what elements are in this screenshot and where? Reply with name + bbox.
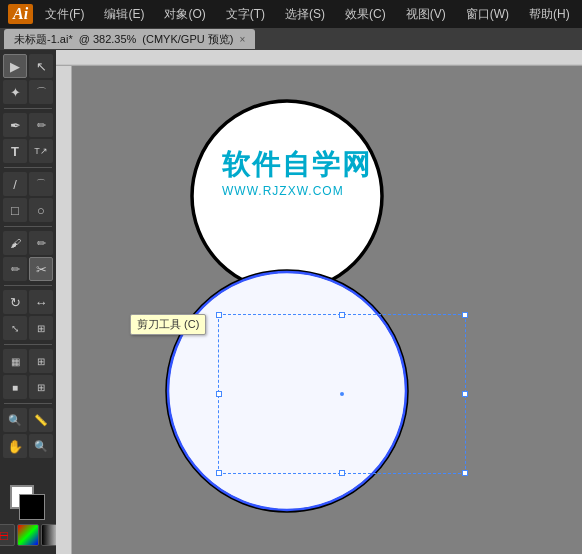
center-point	[340, 392, 344, 396]
ellipse-tool[interactable]: ○	[29, 198, 53, 222]
tool-group-rotate: ↻ ↔	[3, 290, 53, 314]
ruler-horizontal: // ruler ticks drawn inline below	[56, 50, 582, 66]
tool-group-rect: □ ○	[3, 198, 53, 222]
watermark-chinese: 软件自学网	[222, 146, 372, 184]
add-anchor-tool[interactable]: ✏	[29, 113, 53, 137]
color-icon[interactable]	[17, 524, 39, 546]
separator-4	[4, 285, 52, 286]
title-bar: Ai 文件(F) 编辑(E) 对象(O) 文字(T) 选择(S) 效果(C) 视…	[0, 0, 582, 28]
scale-tool[interactable]: ⤡	[3, 316, 27, 340]
menu-help[interactable]: 帮助(H)	[525, 4, 574, 25]
menu-object[interactable]: 对象(O)	[160, 4, 209, 25]
line-tool[interactable]: /	[3, 172, 27, 196]
rect-tool[interactable]: □	[3, 198, 27, 222]
separator-6	[4, 403, 52, 404]
tool-group-scale: ⤡ ⊞	[3, 316, 53, 340]
arc-tool[interactable]: ⌒	[29, 172, 53, 196]
pen-tool[interactable]: ✒	[3, 113, 27, 137]
handle-bot-right[interactable]	[462, 470, 468, 476]
handle-mid-right[interactable]	[462, 391, 468, 397]
fill-stroke-indicator[interactable]	[10, 485, 46, 521]
zoom-tool[interactable]: 🔍	[29, 434, 53, 458]
menu-effect[interactable]: 效果(C)	[341, 4, 390, 25]
free-transform-tool[interactable]: ⊞	[29, 316, 53, 340]
tool-group-line: / ⌒	[3, 172, 53, 196]
blob-brush-tool[interactable]: ✏	[29, 231, 53, 255]
artwork-container: 软件自学网 WWW.RJZXW.COM	[132, 86, 412, 526]
document-tab[interactable]: 未标题-1.ai* @ 382.35% (CMYK/GPU 预览) ×	[4, 29, 255, 49]
tool-group-chart: ▦ ⊞	[3, 349, 53, 373]
left-toolbar: ▶ ↖ ✦ ⌒ ✒ ✏ T T↗ / ⌒ □ ○ 🖌	[0, 50, 56, 554]
pencil-tool[interactable]: ✏	[3, 257, 27, 281]
tab-zoom: @ 382.35%	[79, 33, 137, 45]
touch-type-tool[interactable]: T↗	[29, 139, 53, 163]
tab-bar: 未标题-1.ai* @ 382.35% (CMYK/GPU 预览) ×	[0, 28, 582, 50]
lasso-tool[interactable]: ⌒	[29, 80, 53, 104]
stroke-swatch[interactable]	[20, 495, 44, 519]
gradient-tool[interactable]: ■	[3, 375, 27, 399]
eyedropper-tool[interactable]: 🔍	[3, 408, 27, 432]
separator-2	[4, 167, 52, 168]
handle-bot-left[interactable]	[216, 470, 222, 476]
color-tools: □	[0, 524, 63, 546]
menu-type[interactable]: 文字(T)	[222, 4, 269, 25]
separator-5	[4, 344, 52, 345]
selection-tool[interactable]: ▶	[3, 54, 27, 78]
separator-1	[4, 108, 52, 109]
watermark: 软件自学网 WWW.RJZXW.COM	[222, 146, 372, 198]
mesh-tool[interactable]: ⊞	[29, 375, 53, 399]
tool-group-pen: ✒ ✏	[3, 113, 53, 137]
selection-bounding-box	[218, 314, 466, 474]
direct-selection-tool[interactable]: ↖	[29, 54, 53, 78]
canvas-area: // ruler ticks drawn inline below 软件自学网 …	[56, 50, 582, 554]
magic-wand-tool[interactable]: ✦	[3, 80, 27, 104]
tool-group-nav: ✋ 🔍	[3, 434, 53, 458]
hand-tool[interactable]: ✋	[3, 434, 27, 458]
menu-window[interactable]: 窗口(W)	[462, 4, 513, 25]
rotate-tool[interactable]: ↻	[3, 290, 27, 314]
handle-top-left[interactable]	[216, 312, 222, 318]
tool-group-brush: 🖌 ✏	[3, 231, 53, 255]
canvas-viewport: 软件自学网 WWW.RJZXW.COM	[72, 66, 582, 554]
tool-tooltip: 剪刀工具 (C)	[130, 314, 206, 335]
watermark-url: WWW.RJZXW.COM	[222, 184, 372, 198]
main-area: ▶ ↖ ✦ ⌒ ✒ ✏ T T↗ / ⌒ □ ○ 🖌	[0, 50, 582, 554]
tool-group-gradient: ■ ⊞	[3, 375, 53, 399]
menu-file[interactable]: 文件(F)	[41, 4, 88, 25]
app-logo: Ai	[8, 4, 33, 24]
measure-tool[interactable]: 📏	[29, 408, 53, 432]
menu-bar: 文件(F) 编辑(E) 对象(O) 文字(T) 选择(S) 效果(C) 视图(V…	[41, 4, 574, 25]
tool-group-type: T T↗	[3, 139, 53, 163]
tab-mode: (CMYK/GPU 预览)	[142, 32, 233, 47]
handle-top-center[interactable]	[339, 312, 345, 318]
paintbrush-tool[interactable]: 🖌	[3, 231, 27, 255]
type-tool[interactable]: T	[3, 139, 27, 163]
tool-group-pencil: ✏ ✂	[3, 257, 53, 281]
tool-group-selection: ▶ ↖	[3, 54, 53, 78]
tab-title: 未标题-1.ai*	[14, 32, 73, 47]
reflect-tool[interactable]: ↔	[29, 290, 53, 314]
ruler-vertical	[56, 66, 72, 554]
color-area: □	[0, 485, 63, 550]
separator-3	[4, 226, 52, 227]
tab-close-button[interactable]: ×	[239, 34, 245, 45]
column-graph-tool[interactable]: ▦	[3, 349, 27, 373]
menu-select[interactable]: 选择(S)	[281, 4, 329, 25]
menu-edit[interactable]: 编辑(E)	[100, 4, 148, 25]
none-icon[interactable]: □	[0, 524, 15, 546]
scissors-tool[interactable]: ✂	[29, 257, 53, 281]
handle-top-right[interactable]	[462, 312, 468, 318]
menu-view[interactable]: 视图(V)	[402, 4, 450, 25]
tool-group-wand: ✦ ⌒	[3, 80, 53, 104]
handle-bot-center[interactable]	[339, 470, 345, 476]
handle-mid-left[interactable]	[216, 391, 222, 397]
tool-group-measure: 🔍 📏	[3, 408, 53, 432]
bar-graph-tool[interactable]: ⊞	[29, 349, 53, 373]
